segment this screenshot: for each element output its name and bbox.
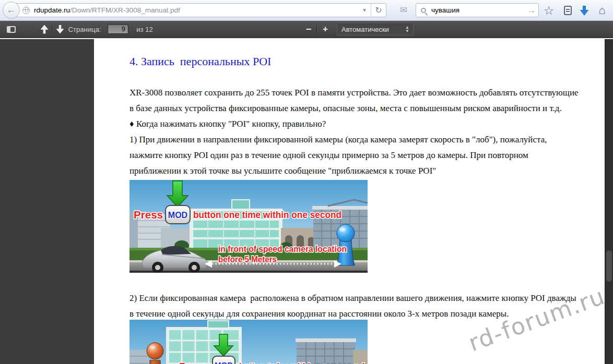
download-arrow-icon — [580, 6, 589, 16]
zoom-mode-value: Автоматически — [341, 26, 405, 33]
viewer-background — [0, 39, 94, 364]
home-icon[interactable]: ⌂ — [594, 3, 610, 18]
back-icon: ← — [6, 4, 16, 15]
scrollbar-thumb[interactable] — [606, 250, 612, 282]
paragraph-line: 2) Если фиксированная камера расположена… — [129, 290, 576, 306]
zoom-in-button[interactable]: + — [319, 21, 332, 38]
instruction-label: button one time within one second — [193, 209, 341, 220]
sidebar-icon — [7, 26, 16, 33]
select-caret-icon: ▲▼ — [405, 26, 409, 33]
mod-button: MOD — [166, 205, 190, 224]
url-bar[interactable]: rdupdate.ru/Down/RTFM/XR-3008_manual.pdf… — [15, 3, 386, 17]
downloads-button[interactable] — [576, 3, 592, 18]
location-label-line2: before 5 Meters — [218, 254, 277, 264]
url-text: rdupdate.ru/Down/RTFM/XR-3008_manual.pdf — [34, 6, 358, 14]
app-window: ← rdupdate.ru/Down/RTFM/XR-3008_manual.p… — [0, 0, 613, 364]
paragraph-line: приближении к этой точке вы услышите соо… — [129, 163, 436, 179]
pdf-page: 4. Запись персональных POI XR-3008 позво… — [94, 39, 605, 364]
arrow-up-icon — [41, 25, 49, 34]
search-input[interactable] — [430, 6, 525, 15]
mod-button-label: MOD — [215, 360, 233, 364]
road-edge — [129, 271, 368, 273]
paragraph-line: XR-3008 позволяет сохранить до 255 точек… — [129, 85, 579, 101]
location-label-line1: in front of speed camera location — [218, 244, 347, 254]
envelope-icon[interactable]: ✉ — [396, 4, 411, 17]
zoom-out-button[interactable]: − — [302, 21, 315, 38]
section-heading: 4. Запись персональных POI — [129, 55, 271, 68]
instruction-label: button twice within one second — [239, 361, 364, 364]
press-label: Press — [179, 361, 207, 364]
vertical-scrollbar[interactable] — [605, 39, 613, 364]
arrow-down-icon — [56, 25, 64, 34]
page-number-input[interactable] — [108, 24, 128, 34]
page-count-label: из 12 — [132, 21, 158, 38]
press-label: Press — [134, 209, 163, 221]
pdf-toolbar: Страница: из 12 − + Автоматически ▲▼ — [0, 21, 613, 38]
back-button[interactable]: ← — [3, 2, 20, 19]
reload-icon[interactable]: ↻ — [371, 4, 386, 17]
clipboard-icon — [564, 6, 572, 15]
search-icon — [421, 8, 426, 13]
url-domain: rdupdate.ru — [34, 6, 70, 14]
globe-icon — [22, 7, 30, 14]
bookmarks-menu-icon[interactable] — [560, 3, 575, 18]
figure-press-mod-once: MOD Press button one time within one sec… — [129, 180, 368, 273]
figure-press-mod-twice: MOD Press button twice within one second — [129, 320, 368, 364]
next-page-button[interactable] — [53, 21, 67, 38]
mod-button: MOD — [213, 356, 235, 364]
bullet-line: ♦ Когда нажимать кнопку "POI" кнопку, пр… — [129, 116, 326, 132]
history-dropdown-icon[interactable]: ▼ — [358, 7, 371, 13]
sidebar-toggle-button[interactable] — [4, 21, 18, 38]
paragraph-line: нажмите кнопку POI один раз в течение од… — [129, 148, 528, 163]
zoom-mode-select[interactable]: Автоматически ▲▼ — [337, 23, 414, 35]
paragraph-line: 1) При движении в направлении фиксирован… — [129, 132, 547, 148]
divider — [52, 25, 52, 33]
bookmark-star-icon[interactable]: ☆ — [541, 3, 557, 18]
paragraph-line: в базе данных устройства фиксированные к… — [129, 101, 562, 116]
page-label: Страница: — [66, 21, 103, 38]
mod-button-label: MOD — [168, 211, 187, 220]
divider — [316, 25, 317, 33]
browser-toolbar: ← rdupdate.ru/Down/RTFM/XR-3008_manual.p… — [0, 0, 613, 21]
search-box: → — [416, 3, 539, 17]
url-path: /Down/RTFM/XR-3008_manual.pdf — [70, 6, 180, 14]
previous-page-button[interactable] — [38, 21, 51, 38]
go-arrow-icon[interactable]: → — [525, 6, 538, 15]
